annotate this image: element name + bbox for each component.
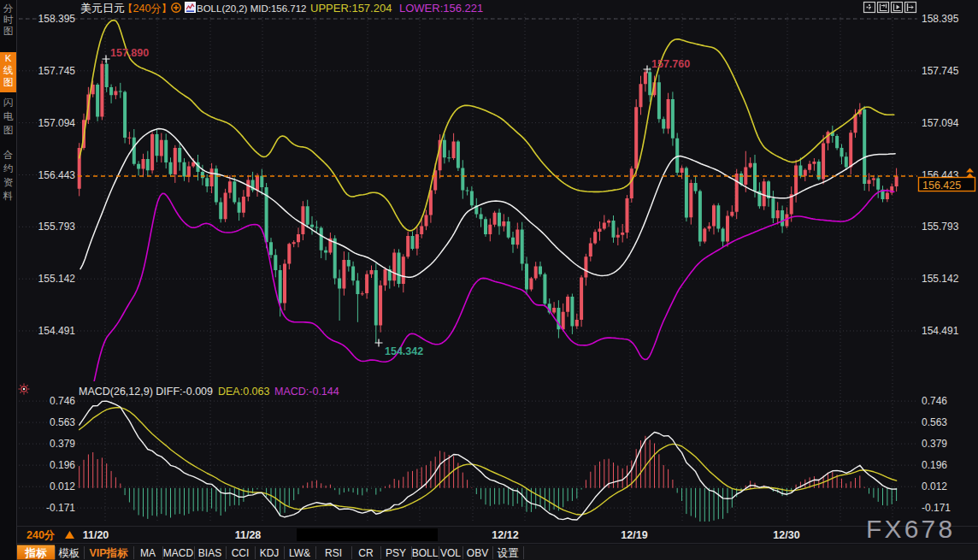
- svg-text:约: 约: [3, 163, 14, 174]
- svg-text:0.379: 0.379: [50, 438, 75, 450]
- svg-text:0.563: 0.563: [50, 416, 75, 428]
- svg-text:线: 线: [3, 65, 14, 75]
- svg-text:0.563: 0.563: [922, 416, 947, 428]
- svg-text:156.425: 156.425: [922, 180, 961, 192]
- svg-text:BIAS: BIAS: [198, 547, 221, 559]
- svg-text:12/19: 12/19: [621, 529, 647, 541]
- svg-text:154.342: 154.342: [385, 345, 423, 357]
- svg-text:158.395: 158.395: [38, 13, 76, 25]
- svg-text:157.890: 157.890: [110, 47, 149, 59]
- svg-text:CCI: CCI: [232, 547, 250, 559]
- svg-text:156.443: 156.443: [38, 169, 76, 181]
- svg-text:KDJ: KDJ: [260, 547, 280, 559]
- svg-text:158.395: 158.395: [922, 13, 959, 25]
- svg-text:CR: CR: [358, 547, 374, 559]
- svg-text:UPPER:157.204: UPPER:157.204: [310, 2, 392, 15]
- svg-text:BOLL(20,2) MID:156.712: BOLL(20,2) MID:156.712: [197, 3, 307, 14]
- svg-text:154.491: 154.491: [922, 325, 959, 337]
- svg-text:BOLL: BOLL: [412, 547, 439, 559]
- svg-text:157.745: 157.745: [922, 65, 959, 77]
- svg-text:图: 图: [3, 77, 14, 87]
- svg-text:分: 分: [3, 3, 14, 14]
- svg-text:料: 料: [3, 191, 14, 201]
- svg-text:0.379: 0.379: [922, 438, 947, 450]
- svg-text:闪: 闪: [3, 97, 14, 108]
- svg-text:-0.171: -0.171: [922, 502, 951, 514]
- svg-text:合: 合: [3, 150, 14, 160]
- svg-text:美元日元: 美元日元: [80, 2, 125, 15]
- svg-text:155.142: 155.142: [38, 273, 76, 285]
- svg-text:VOL: VOL: [440, 547, 461, 559]
- svg-text:FX678: FX678: [866, 515, 955, 543]
- svg-text:157.094: 157.094: [922, 117, 959, 129]
- svg-text:-0.171: -0.171: [46, 502, 75, 514]
- svg-text:11/20: 11/20: [83, 529, 109, 541]
- svg-text:155.793: 155.793: [922, 221, 959, 233]
- svg-text:PSY: PSY: [386, 547, 406, 559]
- svg-text:时: 时: [3, 15, 14, 25]
- svg-text:154.491: 154.491: [38, 325, 76, 337]
- svg-text:K: K: [5, 53, 12, 63]
- svg-text:0.196: 0.196: [50, 459, 75, 471]
- svg-text:电: 电: [3, 111, 14, 121]
- svg-text:OBV: OBV: [467, 547, 488, 559]
- svg-text:VIP指标: VIP指标: [89, 547, 128, 559]
- svg-text:MACD(26,12,9) DIFF:-0.009: MACD(26,12,9) DIFF:-0.009: [79, 386, 213, 398]
- svg-text:模板: 模板: [58, 547, 80, 559]
- svg-text:指标: 指标: [25, 547, 48, 559]
- svg-text:12/30: 12/30: [773, 529, 799, 541]
- svg-text:资: 资: [3, 177, 14, 187]
- svg-text:12/12: 12/12: [492, 529, 518, 541]
- svg-text:157.760: 157.760: [651, 58, 690, 70]
- svg-text:DEA:0.063: DEA:0.063: [218, 386, 270, 398]
- svg-text:MACD: MACD: [163, 547, 194, 559]
- svg-text:155.793: 155.793: [38, 221, 76, 233]
- svg-text:【240分】: 【240分】: [122, 3, 172, 15]
- svg-text:157.745: 157.745: [38, 65, 76, 77]
- svg-text:0.746: 0.746: [50, 395, 75, 407]
- svg-text:0.012: 0.012: [50, 480, 75, 492]
- svg-text:240分: 240分: [27, 529, 56, 541]
- svg-text:0.746: 0.746: [922, 395, 947, 407]
- svg-text:设置: 设置: [498, 547, 520, 559]
- svg-text:155.142: 155.142: [922, 273, 959, 285]
- svg-text:157.094: 157.094: [38, 117, 76, 129]
- svg-text:0.196: 0.196: [922, 459, 947, 471]
- svg-text:MA: MA: [140, 547, 156, 559]
- svg-text:MACD:-0.144: MACD:-0.144: [274, 386, 339, 398]
- svg-text:LOWER:156.221: LOWER:156.221: [399, 2, 483, 15]
- svg-text:0.012: 0.012: [922, 480, 947, 492]
- svg-text:11/28: 11/28: [235, 529, 262, 541]
- svg-text:图: 图: [3, 125, 14, 135]
- svg-text:LW&: LW&: [289, 547, 310, 559]
- svg-text:图: 图: [3, 26, 14, 36]
- svg-text:RSI: RSI: [325, 547, 342, 559]
